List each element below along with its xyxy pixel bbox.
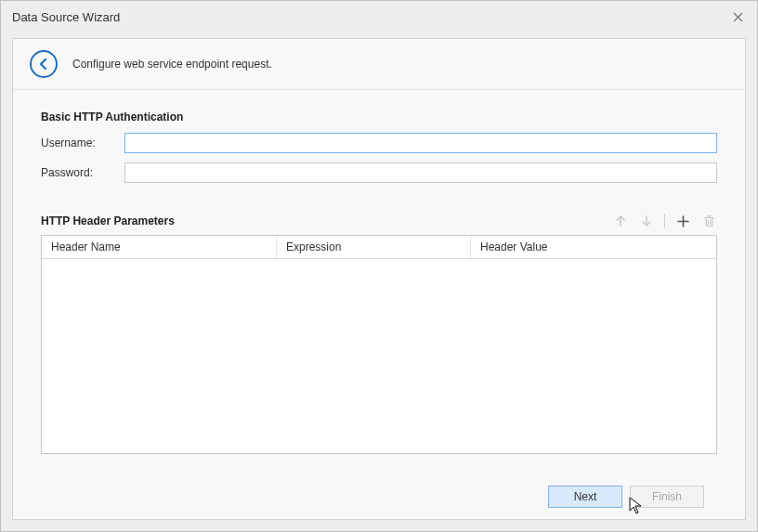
next-button[interactable]: Next	[548, 486, 622, 508]
arrow-up-icon	[615, 214, 626, 227]
username-label: Username:	[41, 136, 124, 149]
wizard-window: Data Source Wizard Configure web service…	[0, 0, 758, 532]
username-row: Username:	[41, 133, 717, 153]
add-button[interactable]	[674, 213, 691, 229]
password-row: Password:	[41, 162, 717, 183]
col-header-value[interactable]: Header Value	[471, 236, 716, 258]
step-header: Configure web service endpoint request.	[13, 39, 745, 90]
window-title: Data Source Wizard	[12, 10, 120, 24]
arrow-left-icon	[36, 57, 51, 71]
headers-toolbar	[612, 213, 717, 229]
finish-button[interactable]: Finish	[630, 486, 704, 508]
col-header-name[interactable]: Header Name	[42, 236, 277, 258]
headers-section-title: HTTP Header Parameters	[41, 214, 175, 227]
wizard-body: Basic HTTP Authentication Username: Pass…	[13, 90, 745, 519]
close-icon	[733, 12, 743, 22]
step-description: Configure web service endpoint request.	[72, 58, 272, 71]
auth-section-title: Basic HTTP Authentication	[41, 110, 717, 123]
arrow-down-icon	[641, 214, 652, 227]
trash-icon	[703, 214, 715, 227]
delete-button[interactable]	[700, 213, 717, 229]
wizard-footer: Next Finish	[41, 474, 717, 519]
grid-header: Header Name Expression Header Value	[42, 236, 716, 259]
back-button[interactable]	[30, 50, 58, 78]
move-down-button[interactable]	[638, 213, 655, 229]
content-panel: Configure web service endpoint request. …	[12, 38, 746, 520]
headers-grid: Header Name Expression Header Value	[41, 235, 717, 454]
move-up-button[interactable]	[612, 213, 629, 229]
password-input[interactable]	[124, 162, 717, 183]
username-input[interactable]	[124, 133, 717, 153]
plus-icon	[677, 215, 689, 227]
col-header-expression[interactable]: Expression	[277, 236, 471, 258]
grid-body[interactable]	[42, 259, 716, 453]
password-label: Password:	[41, 166, 124, 179]
close-button[interactable]	[727, 6, 748, 27]
titlebar: Data Source Wizard	[1, 1, 757, 32]
headers-section-header: HTTP Header Parameters	[41, 213, 717, 229]
toolbar-separator	[664, 214, 665, 228]
